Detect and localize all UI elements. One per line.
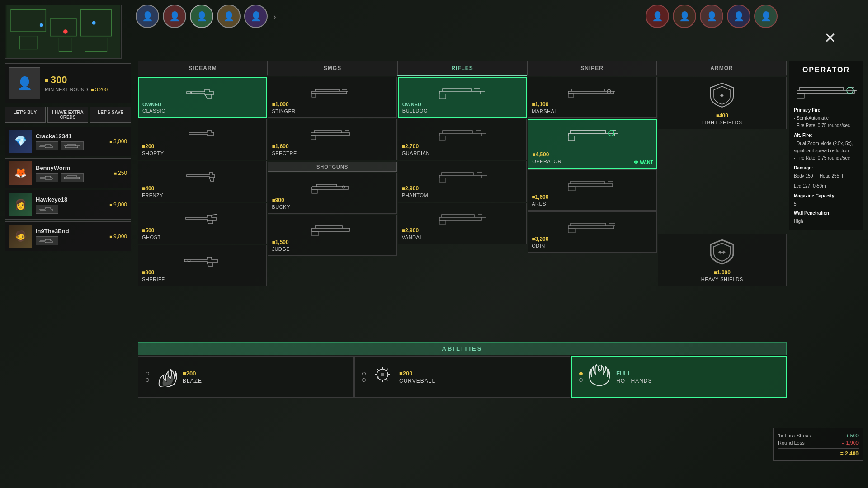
operator-weapon-large xyxy=(794,79,859,103)
ghost-name: GHOST xyxy=(142,235,263,240)
tab-sniper[interactable]: SNIPER xyxy=(527,61,657,76)
team-avatars-top: 👤 👤 👤 👤 👤 › xyxy=(136,5,278,28)
stinger-weapon-img xyxy=(272,81,392,101)
svg-line-11 xyxy=(212,214,217,215)
judge-price: ■1,500 xyxy=(272,239,392,245)
blaze-name: BLAZE xyxy=(183,378,346,384)
wall-pen-value: High xyxy=(794,218,859,225)
item-frenzy[interactable]: ■400 FRENZY xyxy=(138,161,267,202)
loss-streak-row: 1x Loss Streak + 500 xyxy=(778,432,859,439)
extra-creds-button[interactable]: I HAVE EXTRA CREDS xyxy=(47,107,89,123)
item-heavy-shields[interactable]: ◆◆ ■1,000 HEAVY SHIELDS xyxy=(658,234,787,286)
ability-hot-hands[interactable]: FULL HOT HANDS xyxy=(571,356,787,398)
judge-name: JUDGE xyxy=(272,246,392,252)
ghost-price: ■500 xyxy=(142,227,263,234)
item-spectre[interactable]: ■1,600 SPECTRE xyxy=(268,119,396,160)
item-bulldog[interactable]: OWNED BULLDOG xyxy=(398,77,527,118)
head-damage: Head 255 xyxy=(820,173,839,180)
lets-save-button[interactable]: LET'S SAVE xyxy=(90,107,131,123)
tab-armor[interactable]: ARMOR xyxy=(657,61,787,76)
ares-name: ARES xyxy=(532,201,652,206)
item-operator[interactable]: ■4,500 OPERATOR 👁 WANT xyxy=(528,119,656,169)
member-info-2: Hawkeye18 xyxy=(36,196,106,214)
svg-rect-32 xyxy=(568,229,575,233)
member-info-1: BennyWorm xyxy=(36,164,110,182)
svg-point-7 xyxy=(63,29,68,34)
damage-stats: Body 150 | Head 255 | Leg 127 0-50m xyxy=(794,173,859,190)
svg-rect-28 xyxy=(568,136,575,141)
item-sheriff[interactable]: ■800 SHERIFF xyxy=(138,245,267,286)
ability-curveball[interactable]: ■200 CURVEBALL xyxy=(354,356,570,398)
member-weapons-3 xyxy=(36,236,106,245)
smgs-column: ■1,000 STINGER ■1,600 SPECTRE SHOTGU xyxy=(268,77,396,286)
item-shorty[interactable]: ■200 SHORTY xyxy=(138,119,267,160)
svg-point-8 xyxy=(40,23,43,27)
item-vandal[interactable]: ■2,900 VANDAL xyxy=(398,203,527,244)
member-avatar-2: 👩 xyxy=(9,193,32,216)
marshal-price: ■1,100 xyxy=(532,101,652,108)
want-icon: 👁 xyxy=(634,160,638,165)
abilities-grid: ■200 BLAZE xyxy=(138,356,787,398)
ability-blaze[interactable]: ■200 BLAZE xyxy=(138,356,354,398)
action-buttons: LET'S BUY I HAVE EXTRA CREDS LET'S SAVE xyxy=(5,107,131,123)
close-button[interactable]: ✕ xyxy=(819,27,841,49)
item-stinger[interactable]: ■1,000 STINGER xyxy=(268,77,396,118)
stinger-price: ■1,000 xyxy=(272,101,392,108)
team-member-3: 🧔 In9The3End ■ 9,000 xyxy=(5,221,131,251)
member-avatar-0: 💎 xyxy=(9,130,32,153)
guardian-name: GUARDIAN xyxy=(402,150,523,156)
curveball-info: ■200 CURVEBALL xyxy=(399,370,562,384)
bulldog-weapon-img xyxy=(402,81,522,102)
score-total-value: = 2,400 xyxy=(840,450,859,457)
ghost-weapon-img xyxy=(142,207,263,227)
enemy-avatars-top: 👤 👤 👤 👤 👤 xyxy=(646,5,778,28)
left-panel: 👤 ■ 300 MIN NEXT ROUND: ■ 3,200 LET'S BU… xyxy=(5,63,131,251)
sidearm-column: OWNED CLASSIC ■200 SHORTY xyxy=(138,77,267,286)
svg-rect-14 xyxy=(311,136,316,140)
score-total-row: = 2,400 xyxy=(778,450,859,457)
abilities-title: ABILITIES xyxy=(442,345,483,352)
item-classic[interactable]: OWNED CLASSIC xyxy=(138,77,267,118)
item-ghost[interactable]: ■500 GHOST xyxy=(138,203,267,244)
item-guardian[interactable]: ■2,700 GUARDIAN xyxy=(398,119,527,160)
tab-sidearm[interactable]: SIDEARM xyxy=(138,61,268,76)
member-name-0: Cracka12341 xyxy=(36,133,106,140)
abilities-header: ABILITIES xyxy=(138,342,787,355)
member-weapon-pistol-3 xyxy=(36,236,58,245)
svg-line-42 xyxy=(386,369,388,371)
avatar-4: 👤 xyxy=(217,5,241,28)
bucky-price: ■900 xyxy=(272,197,392,203)
item-judge[interactable]: ■1,500 JUDGE xyxy=(268,215,396,256)
svg-rect-13 xyxy=(312,94,316,97)
credits-value: 300 xyxy=(51,74,67,86)
shotguns-header: SHOTGUNS xyxy=(268,162,396,172)
round-loss-row: Round Loss = 1,900 xyxy=(778,439,859,446)
svg-rect-15 xyxy=(312,189,317,193)
magazine-label: Magazine Capacity: xyxy=(794,192,859,200)
shorty-price: ■200 xyxy=(142,143,263,150)
classic-name: CLASSIC xyxy=(142,108,262,113)
pipe-1: | xyxy=(816,173,817,180)
tab-smgs[interactable]: SMGS xyxy=(268,61,397,76)
avatar-2: 👤 xyxy=(163,5,186,28)
team-list: 💎 Cracka12341 ■ 3,000 🦊 Be xyxy=(5,127,131,251)
item-odin[interactable]: ■3,200 ODIN xyxy=(528,211,656,253)
item-phantom[interactable]: ■2,900 PHANTOM xyxy=(398,161,527,202)
guardian-price: ■2,700 xyxy=(402,143,523,150)
item-ares[interactable]: ■1,600 ARES xyxy=(528,169,656,211)
tab-rifles[interactable]: RIFLES xyxy=(397,61,527,76)
sheriff-name: SHERIFF xyxy=(142,277,263,282)
phantom-price: ■2,900 xyxy=(402,185,523,192)
item-light-shields[interactable]: ◆ ■400 LIGHT SHIELDS xyxy=(658,77,787,129)
shop-grid: OWNED CLASSIC ■200 SHORTY xyxy=(138,77,787,286)
pipe-2: | xyxy=(842,173,843,180)
item-marshal[interactable]: ■1,100 MARSHAL xyxy=(528,77,656,118)
item-bucky[interactable]: ■900 BUCKY xyxy=(268,173,396,214)
marshal-weapon-img xyxy=(532,81,652,101)
blaze-icon xyxy=(155,362,177,391)
lets-buy-button[interactable]: LET'S BUY xyxy=(5,107,46,123)
spectre-name: SPECTRE xyxy=(272,150,392,156)
shop-panel: SIDEARM SMGS RIFLES SNIPER ARMOR OWNED C… xyxy=(138,61,787,286)
primary-fire-label: Primary Fire: xyxy=(794,107,859,114)
ares-weapon-img xyxy=(532,174,652,194)
